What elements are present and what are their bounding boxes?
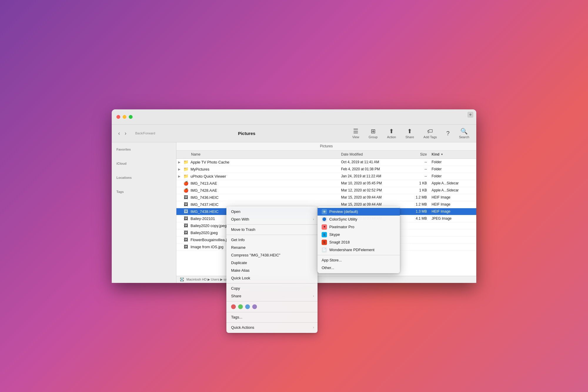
file-row[interactable]: 🍎 IMG_7413.AAE Mar 10, 2020 at 05:45 PM …: [176, 180, 476, 187]
open-with-submenu: 👁Preview (default)🔵ColorSync Utility✦Pix…: [318, 206, 400, 273]
color-dot[interactable]: [245, 304, 250, 309]
file-icon: 🖼: [182, 237, 189, 242]
file-kind: HEIF Image: [429, 209, 476, 213]
submenu-item[interactable]: SSnagit 2018: [318, 238, 400, 246]
new-folder-button[interactable]: +: [467, 112, 473, 118]
help-icon: ?: [446, 130, 450, 137]
disk-icon: 💽: [180, 278, 184, 281]
file-icon: 📁: [182, 174, 189, 179]
context-menu-divider: [226, 235, 318, 235]
help-button[interactable]: ?: [444, 129, 452, 138]
statusbar: 💽 Macintosh HD ▶ Users ▶ sandywrittenhou…: [176, 276, 476, 283]
submenu-item[interactable]: 🔵ColorSync Utility: [318, 216, 400, 223]
app-icon: S: [322, 232, 327, 237]
file-name: Apple TV Photo Cache: [189, 160, 341, 164]
context-menu-item[interactable]: Rename: [226, 244, 318, 251]
submenu-item[interactable]: 👁Preview (default): [318, 208, 400, 216]
context-menu-item[interactable]: Duplicate: [226, 259, 318, 267]
file-name: IMG_7436.HEIC: [189, 195, 341, 200]
file-row[interactable]: 🖼 IMG_7436.HEIC Mar 15, 2020 at 09:44 AM…: [176, 194, 476, 201]
finder-window: ‹ › Back/Forward Pictures ☰ View ⊞ Group…: [112, 109, 476, 283]
context-menu-item[interactable]: Quick Look: [226, 274, 318, 282]
submenu-item-label: Other...: [322, 266, 334, 270]
group-button[interactable]: ⊞ Group: [366, 126, 380, 140]
file-date: Oct 4, 2019 at 11:41 AM: [341, 160, 406, 164]
context-menu-item[interactable]: Make Alias: [226, 267, 318, 274]
submenu-item-label: App Store...: [322, 258, 342, 262]
context-menu-item[interactable]: Copy: [226, 285, 318, 292]
context-menu-item[interactable]: Get Info: [226, 236, 318, 244]
context-menu-item[interactable]: Quick Actions›: [226, 324, 318, 331]
toolbar-title: Pictures: [146, 131, 348, 136]
file-icon: 📁: [182, 167, 189, 171]
context-menu: OpenOpen With›Move to TrashGet InfoRenam…: [226, 206, 318, 333]
file-row[interactable]: 🍎 IMG_7428.AAE Mar 12, 2020 at 02:52 PM …: [176, 187, 476, 194]
submenu-item[interactable]: ✦Pixelmator Pro: [318, 223, 400, 231]
file-size: --: [406, 167, 429, 171]
app-icon: ✦: [322, 224, 327, 230]
file-date: Feb 4, 2020 at 01:38 PM: [341, 167, 406, 171]
file-name: uPhoto Quick Viewer: [189, 174, 341, 179]
submenu-arrow-icon: ›: [313, 294, 314, 298]
file-icon: 🍎: [182, 181, 189, 186]
color-dot[interactable]: [238, 304, 243, 309]
expand-arrow: ▶: [176, 161, 182, 164]
file-kind: HEIF Image: [429, 202, 476, 206]
col-header-kind: Kind ▼: [429, 152, 476, 156]
titlebar: [112, 109, 476, 125]
action-button[interactable]: ⬆ Action: [385, 126, 398, 140]
context-menu-item[interactable]: Move to Trash: [226, 226, 318, 233]
app-icon: S: [322, 240, 327, 245]
search-button[interactable]: 🔍 Search: [457, 126, 472, 140]
submenu-item[interactable]: SSkype: [318, 231, 400, 238]
color-dot[interactable]: [231, 304, 236, 309]
context-menu-item[interactable]: Compress "IMG_7438.HEIC": [226, 251, 318, 259]
submenu-item-label: Pixelmator Pro: [329, 225, 354, 229]
file-icon: 📁: [182, 160, 189, 164]
context-menu-item[interactable]: Tags...: [226, 313, 318, 321]
fullscreen-button[interactable]: [129, 115, 133, 119]
column-header-bar: Name Date Modified Size Kind ▼: [176, 151, 476, 159]
view-label: View: [352, 135, 359, 139]
file-icon: 🍎: [182, 188, 189, 193]
back-button[interactable]: ‹: [116, 129, 122, 138]
file-icon: 🖼: [182, 209, 189, 214]
submenu-item[interactable]: App Store...: [318, 256, 400, 264]
file-size: --: [406, 174, 429, 178]
expand-arrow: ▶: [176, 168, 182, 171]
context-menu-item[interactable]: Open: [226, 208, 318, 216]
file-icon: 🖼: [182, 223, 189, 228]
col-header-name: Name: [176, 152, 341, 156]
close-button[interactable]: [116, 115, 120, 119]
file-name: IMG_7437.HEIC: [189, 202, 341, 207]
file-kind: Apple A...Sidecar: [429, 188, 476, 192]
context-menu-item[interactable]: Open With›: [226, 216, 318, 223]
file-name: IMG_7413.AAE: [189, 181, 341, 186]
file-row[interactable]: ▶ 📁 MyPictures Feb 4, 2020 at 01:38 PM -…: [176, 166, 476, 173]
add-tags-button[interactable]: 🏷 Add Tags: [421, 127, 439, 140]
file-row[interactable]: ▶ 📁 uPhoto Quick Viewer Jan 24, 2019 at …: [176, 173, 476, 180]
traffic-lights: [116, 115, 133, 119]
context-menu-divider: [226, 224, 318, 225]
context-menu-divider: [226, 301, 318, 301]
context-menu-item[interactable]: Share›: [226, 292, 318, 300]
context-menu-colors: [226, 303, 318, 311]
file-row[interactable]: ▶ 📁 Apple TV Photo Cache Oct 4, 2019 at …: [176, 159, 476, 166]
submenu-item[interactable]: Other...: [318, 264, 400, 272]
share-button[interactable]: ⬆ Share: [403, 126, 416, 140]
file-size: 1.2 MB: [406, 202, 429, 206]
file-kind: JPEG Image: [429, 216, 476, 221]
app-icon: 📄: [322, 247, 327, 253]
file-kind: Folder: [429, 167, 476, 171]
tags-icon: 🏷: [427, 128, 433, 135]
color-dot[interactable]: [252, 304, 257, 309]
nav-buttons: ‹ ›: [116, 129, 128, 138]
minimize-button[interactable]: [123, 115, 126, 119]
share-label: Share: [405, 135, 414, 139]
view-button[interactable]: ☰ View: [350, 126, 362, 140]
action-icon: ⬆: [389, 128, 394, 135]
forward-button[interactable]: ›: [123, 129, 128, 138]
sidebar-section-tags: Tags: [112, 188, 176, 194]
submenu-item[interactable]: 📄Wondershare PDFelement: [318, 246, 400, 254]
pictures-header-title: Pictures: [180, 144, 473, 148]
